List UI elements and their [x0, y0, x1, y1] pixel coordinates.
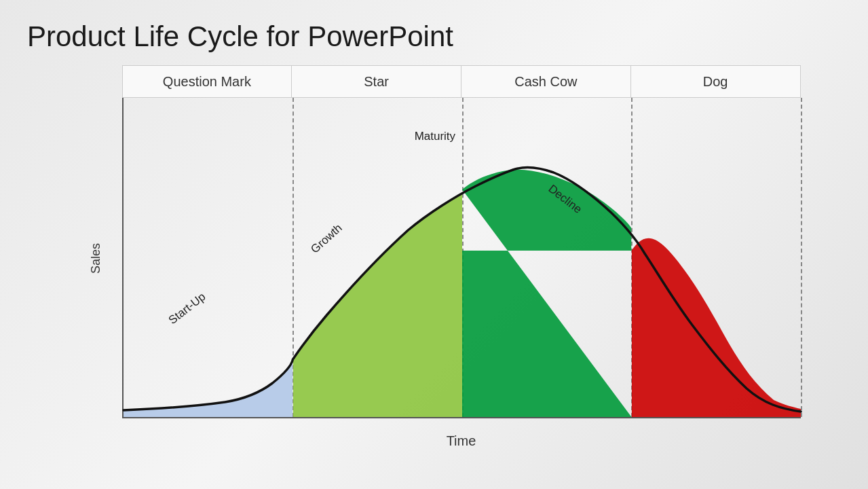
- category-dog: Dog: [631, 66, 800, 97]
- chart-svg: [124, 98, 801, 417]
- svg-rect-0: [124, 98, 293, 417]
- page-title: Product Life Cycle for PowerPoint: [27, 20, 841, 53]
- category-question-mark: Question Mark: [123, 66, 293, 97]
- y-axis-label: Sales: [61, 98, 119, 418]
- chart-area: Start-Up Growth Maturity Decline: [122, 98, 801, 418]
- categories-row: Question Mark Star Cash Cow Dog: [122, 65, 801, 98]
- phase-maturity: Maturity: [415, 130, 455, 143]
- chart-container: Sales Question Mark Star Cash Cow Dog: [61, 65, 808, 452]
- x-axis-label: Time: [122, 433, 801, 449]
- decline-fill: [631, 238, 801, 417]
- maturity-fill: [462, 170, 636, 417]
- category-cash-cow: Cash Cow: [461, 66, 631, 97]
- category-star: Star: [292, 66, 461, 97]
- divider-4: [801, 98, 802, 417]
- page: Product Life Cycle for PowerPoint Sales …: [0, 0, 868, 489]
